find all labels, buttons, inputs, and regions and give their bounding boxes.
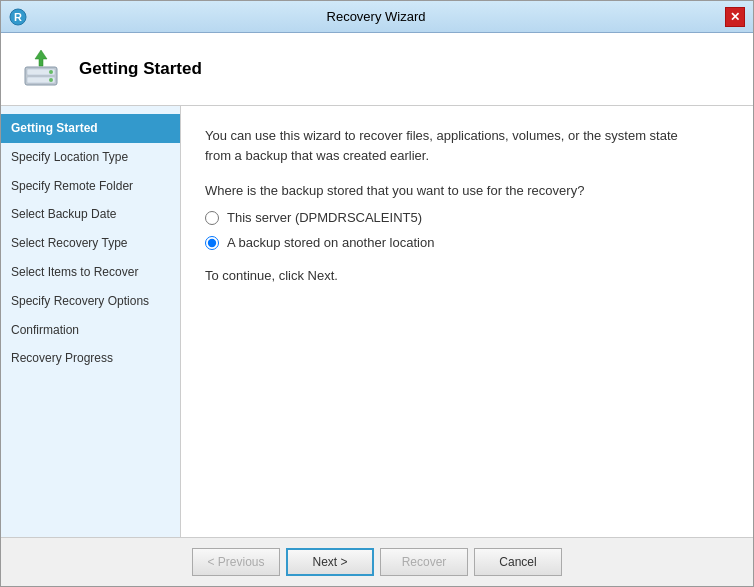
wizard-main-content: You can use this wizard to recover files… (181, 106, 753, 537)
sidebar-item-confirmation[interactable]: Confirmation (1, 316, 180, 345)
sidebar-item-recovery-progress[interactable]: Recovery Progress (1, 344, 180, 373)
radio-this-server-label[interactable]: This server (DPMDRSCALEINT5) (227, 210, 422, 225)
sidebar-item-select-recovery-type[interactable]: Select Recovery Type (1, 229, 180, 258)
svg-point-6 (49, 78, 53, 82)
title-bar: R Recovery Wizard ✕ (1, 1, 753, 33)
app-icon: R (9, 8, 27, 26)
close-button[interactable]: ✕ (725, 7, 745, 27)
svg-text:R: R (14, 11, 22, 23)
svg-point-5 (49, 70, 53, 74)
radio-option-this-server: This server (DPMDRSCALEINT5) (205, 210, 729, 225)
radio-this-server[interactable] (205, 211, 219, 225)
svg-marker-7 (35, 50, 47, 66)
recover-button[interactable]: Recover (380, 548, 468, 576)
radio-another-location[interactable] (205, 236, 219, 250)
sidebar-item-specify-location-type[interactable]: Specify Location Type (1, 143, 180, 172)
wizard-question: Where is the backup stored that you want… (205, 183, 729, 198)
content-area: Getting Started Specify Location Type Sp… (1, 106, 753, 537)
wizard-footer: < Previous Next > Recover Cancel (1, 537, 753, 586)
previous-button[interactable]: < Previous (192, 548, 280, 576)
wizard-header-title: Getting Started (79, 59, 202, 79)
sidebar-item-specify-remote-folder[interactable]: Specify Remote Folder (1, 172, 180, 201)
radio-another-location-label[interactable]: A backup stored on another location (227, 235, 434, 250)
wizard-header-icon (17, 45, 65, 93)
sidebar-item-specify-recovery-options[interactable]: Specify Recovery Options (1, 287, 180, 316)
sidebar-item-getting-started[interactable]: Getting Started (1, 114, 180, 143)
wizard-header: Getting Started (1, 33, 753, 106)
sidebar-item-select-items-to-recover[interactable]: Select Items to Recover (1, 258, 180, 287)
wizard-description: You can use this wizard to recover files… (205, 126, 729, 165)
recovery-wizard-dialog: R Recovery Wizard ✕ Getting Started Gett… (0, 0, 754, 587)
cancel-button[interactable]: Cancel (474, 548, 562, 576)
next-button[interactable]: Next > (286, 548, 374, 576)
wizard-sidebar: Getting Started Specify Location Type Sp… (1, 106, 181, 537)
sidebar-item-select-backup-date[interactable]: Select Backup Date (1, 200, 180, 229)
dialog-title: Recovery Wizard (27, 9, 725, 24)
radio-option-another-location: A backup stored on another location (205, 235, 729, 250)
continue-text: To continue, click Next. (205, 268, 729, 283)
